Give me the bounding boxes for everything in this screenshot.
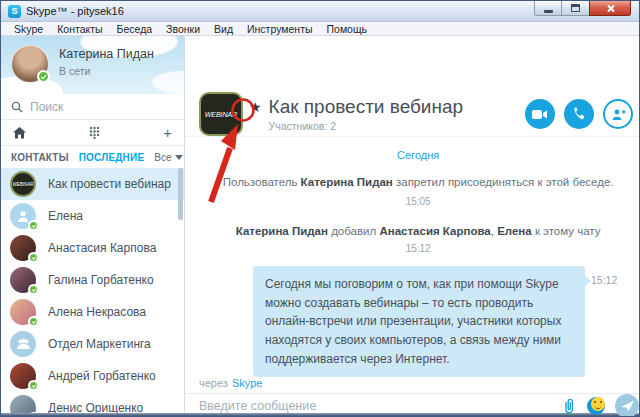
phone-icon bbox=[572, 107, 586, 121]
favorite-star-icon[interactable]: ★ bbox=[249, 99, 262, 115]
via-prefix: через bbox=[199, 377, 228, 389]
contact-avatar: WEBINAR bbox=[10, 171, 36, 197]
menu-calls[interactable]: Звонки bbox=[159, 23, 207, 35]
message-input[interactable] bbox=[199, 399, 551, 413]
chat-header: WEBINAR ★ Как провести вебинар Участнико… bbox=[185, 92, 640, 137]
chat-title: Как провести вебинар bbox=[269, 96, 526, 118]
contact-avatar bbox=[10, 395, 36, 413]
close-button[interactable] bbox=[589, 1, 631, 16]
contact-row-denis[interactable]: Денис Орищенко bbox=[1, 392, 184, 413]
user-header[interactable]: Катерина Пидан В сети bbox=[1, 36, 184, 94]
minimize-button[interactable] bbox=[534, 1, 562, 16]
menu-tools[interactable]: Инструменты bbox=[240, 23, 319, 35]
sidebar-tabs: КОНТАКТЫ ПОСЛЕДНИЕ Все bbox=[1, 146, 184, 168]
chat-title-block: Как провести вебинар Участников: 2 bbox=[269, 96, 526, 132]
online-status-icon bbox=[37, 70, 50, 83]
online-status-icon bbox=[28, 412, 39, 413]
maximize-icon bbox=[571, 4, 580, 12]
contact-avatar bbox=[10, 363, 36, 389]
contact-row-andrey[interactable]: Андрей Горбатенко bbox=[1, 360, 184, 392]
add-contact-icon[interactable]: + bbox=[163, 125, 172, 140]
user-status[interactable]: В сети bbox=[59, 65, 90, 77]
tab-contacts[interactable]: КОНТАКТЫ bbox=[11, 152, 69, 163]
via-row: через Skype bbox=[185, 377, 640, 394]
bubble-timestamp: 15:12 bbox=[591, 266, 617, 286]
title-bar[interactable]: S Skype™ - pitysek16 bbox=[1, 1, 639, 22]
sidebar-scrollbar[interactable] bbox=[178, 168, 183, 220]
video-call-button[interactable] bbox=[525, 99, 555, 129]
online-status-icon bbox=[28, 220, 39, 231]
contact-row-alena[interactable]: Алена Некрасова bbox=[1, 296, 184, 328]
message-bubble[interactable]: Сегодня мы поговорим о том, как при помо… bbox=[253, 266, 585, 377]
via-skype-link[interactable]: Skype bbox=[232, 377, 263, 389]
contact-row-webinar[interactable]: WEBINAR Как провести вебинар bbox=[1, 168, 184, 200]
user-avatar[interactable] bbox=[11, 45, 49, 83]
emoji-picker-icon[interactable] bbox=[587, 397, 605, 415]
menu-skype[interactable]: Skype bbox=[7, 23, 50, 35]
contact-avatar bbox=[10, 203, 36, 229]
online-status-icon bbox=[28, 380, 39, 391]
contact-name: Как провести вебинар bbox=[48, 177, 171, 191]
search-bar bbox=[1, 94, 184, 120]
contact-avatar bbox=[10, 299, 36, 325]
skype-window: S Skype™ - pitysek16 Skype Контакты Бесе… bbox=[0, 0, 640, 417]
maximize-button[interactable] bbox=[562, 1, 589, 16]
minimize-icon bbox=[544, 10, 553, 13]
window-title: Skype™ - pitysek16 bbox=[26, 5, 124, 17]
contact-name: Андрей Горбатенко bbox=[48, 369, 156, 383]
contact-avatar bbox=[10, 267, 36, 293]
contact-row-marketing[interactable]: Отдел Маркетинга bbox=[1, 328, 184, 360]
user-name: Катерина Пидан bbox=[59, 47, 154, 61]
call-buttons bbox=[525, 99, 633, 129]
message-area: Сегодня Пользователь Катерина Пидан запр… bbox=[185, 137, 640, 377]
person-icon bbox=[16, 209, 30, 223]
attachment-icon[interactable] bbox=[561, 398, 577, 415]
dialpad-icon[interactable] bbox=[89, 126, 100, 139]
chat-panel: WEBINAR ★ Как провести вебинар Участнико… bbox=[185, 36, 640, 413]
smiley-face bbox=[591, 397, 605, 411]
system-message: Пользователь Катерина Пидан запретил при… bbox=[199, 174, 637, 190]
contact-row-anastasia[interactable]: Анастасия Карпова bbox=[1, 232, 184, 264]
menu-view[interactable]: Вид bbox=[207, 23, 240, 35]
contact-name: Галина Горбатенко bbox=[48, 273, 154, 287]
contact-name: Елена bbox=[48, 209, 83, 223]
message-row: Сегодня мы поговорим о том, как при помо… bbox=[199, 266, 637, 377]
send-icon bbox=[621, 400, 634, 412]
message-composer bbox=[185, 394, 640, 417]
webinar-logo-text: WEBINAR bbox=[205, 111, 238, 118]
filter-dropdown[interactable]: Все bbox=[154, 152, 182, 163]
group-icon bbox=[16, 338, 31, 350]
menu-conversation[interactable]: Беседа bbox=[110, 23, 160, 35]
system-message: Катерина Пидан добавил Анастасия Карпова… bbox=[199, 223, 637, 239]
chat-avatar[interactable]: WEBINAR bbox=[199, 92, 243, 136]
window-controls bbox=[534, 1, 631, 16]
contact-row-galina[interactable]: Галина Горбатенко bbox=[1, 264, 184, 296]
message-timestamp: 15:05 bbox=[199, 196, 637, 207]
contact-name: Отдел Маркетинга bbox=[48, 337, 151, 351]
search-input[interactable] bbox=[30, 100, 160, 114]
video-icon bbox=[532, 109, 548, 120]
home-icon[interactable] bbox=[13, 127, 26, 139]
contact-name: Денис Орищенко bbox=[48, 401, 143, 413]
menu-contacts[interactable]: Контакты bbox=[50, 23, 109, 35]
participants-count[interactable]: Участников: 2 bbox=[269, 120, 526, 132]
close-icon bbox=[605, 3, 616, 14]
contact-list: WEBINAR Как провести вебинар Елена Анаст… bbox=[1, 168, 184, 413]
menu-help[interactable]: Помощь bbox=[320, 23, 375, 35]
online-status-icon bbox=[28, 252, 39, 263]
contact-name: Алена Некрасова bbox=[48, 305, 146, 319]
contact-avatar bbox=[10, 235, 36, 261]
day-divider: Сегодня bbox=[199, 149, 637, 161]
add-participant-button[interactable] bbox=[603, 99, 633, 129]
webinar-logo-text: WEBINAR bbox=[12, 182, 33, 187]
contact-row-elena[interactable]: Елена bbox=[1, 200, 184, 232]
online-status-icon bbox=[28, 316, 39, 327]
search-icon bbox=[11, 101, 23, 113]
menu-bar: Skype Контакты Беседа Звонки Вид Инструм… bbox=[1, 22, 639, 36]
send-button[interactable] bbox=[615, 394, 639, 417]
voice-call-button[interactable] bbox=[564, 99, 594, 129]
chevron-down-icon bbox=[175, 155, 183, 160]
sidebar-toolbar: + bbox=[1, 120, 184, 146]
tab-recent[interactable]: ПОСЛЕДНИЕ bbox=[79, 152, 145, 163]
contact-avatar bbox=[10, 331, 36, 357]
